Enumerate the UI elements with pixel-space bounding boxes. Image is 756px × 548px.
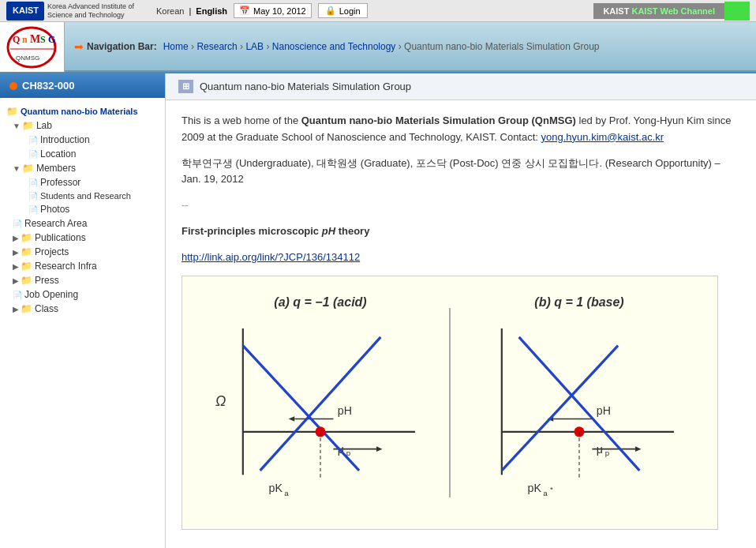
breadcrumb-research[interactable]: Research: [196, 41, 237, 52]
chart-divider: [449, 308, 451, 497]
chart-b-svg: pH μ p: [457, 320, 702, 509]
sidebar-root-label: Quantum nano-bio Materials: [21, 107, 138, 116]
green-button[interactable]: [724, 2, 750, 21]
intro-paragraph: This is a web home of the Quantum nano-b…: [182, 113, 740, 146]
sidebar-item-photos[interactable]: 📄 Photos: [0, 202, 165, 216]
sidebar-item-publications[interactable]: ▶ 📁 Publications: [0, 231, 165, 245]
lab-label: Lab: [36, 120, 52, 131]
calendar-icon: 📅: [239, 6, 250, 16]
projects-label: Projects: [35, 246, 69, 257]
english-lang-link[interactable]: English: [196, 6, 227, 16]
sidebar-dot: [9, 82, 17, 90]
content-body: This is a web home of the Quantum nano-b…: [166, 100, 756, 548]
svg-text:*: *: [550, 485, 553, 494]
sidebar-item-professor[interactable]: 📄 Professor: [0, 175, 165, 190]
sidebar-item-introduction[interactable]: 📄 Introduction: [0, 133, 165, 147]
separator: --: [182, 197, 740, 214]
web-channel-button[interactable]: KAIST KAIST Web Channel: [593, 3, 724, 19]
publications-label: Publications: [35, 232, 86, 243]
email-link[interactable]: yong.hyun.kim@kaist.ac.kr: [541, 131, 664, 143]
svg-text:n: n: [22, 34, 28, 45]
svg-text:a: a: [284, 489, 289, 497]
lock-icon: 🔒: [325, 6, 336, 16]
sidebar-item-root[interactable]: 📁 Quantum nano-bio Materials: [0, 104, 165, 118]
top-bar: KAIST Korea Advanced Institute of Scienc…: [0, 0, 756, 22]
press-label: Press: [35, 275, 59, 286]
content-area: ⊞ Quantum nano-bio Materials Simulation …: [166, 73, 756, 548]
first-principles: First-principles microscopic pH theory: [182, 223, 740, 240]
students-doc-icon: 📄: [28, 192, 38, 201]
top-bar-right: KAIST KAIST Web Channel: [593, 2, 750, 21]
fp-ph: pH: [322, 225, 335, 237]
opportunity-text: 학부연구생 (Undergraduate), 대학원생 (Graduate), …: [182, 156, 740, 189]
sidebar-item-members[interactable]: ▼ 📁 Members: [0, 161, 165, 175]
sidebar-item-research-infra[interactable]: ▶ 📁 Research Infra: [0, 259, 165, 273]
kaist-logo: KAIST Korea Advanced Institute of Scienc…: [6, 2, 150, 21]
introduction-doc-icon: 📄: [28, 136, 38, 145]
research-infra-toggle: ▶: [13, 262, 19, 271]
chart-a-svg: Ω pH μ p: [198, 320, 443, 509]
svg-marker-18: [376, 447, 383, 452]
sidebar-item-press[interactable]: ▶ 📁 Press: [0, 273, 165, 287]
location-doc-icon: 📄: [28, 150, 38, 159]
content-header: ⊞ Quantum nano-bio Materials Simulation …: [166, 73, 756, 100]
svg-text:pH: pH: [338, 404, 352, 417]
sidebar-item-projects[interactable]: ▶ 📁 Projects: [0, 245, 165, 259]
sidebar-item-class[interactable]: ▶ 📁 Class: [0, 302, 165, 316]
language-links: Korean | English: [156, 6, 227, 16]
research-area-label: Research Area: [24, 218, 87, 229]
projects-folder-icon: 📁: [21, 246, 32, 257]
chart-b-title: (b) q = 1 (base): [457, 292, 702, 313]
projects-toggle: ▶: [13, 248, 19, 257]
members-folder-icon: 📁: [22, 163, 34, 174]
research-infra-label: Research Infra: [35, 261, 97, 272]
nav-bar-label: ➡ Navigation Bar:: [74, 40, 157, 53]
svg-text:a: a: [543, 489, 548, 497]
kaist-logo-icon: KAIST: [6, 2, 44, 21]
professor-label: Professor: [40, 177, 80, 188]
chart-container: (a) q = −1 (acid) Ω pH μ p: [182, 276, 718, 530]
svg-text:S: S: [40, 34, 46, 45]
svg-text:Q: Q: [13, 34, 20, 45]
sidebar-item-location[interactable]: 📄 Location: [0, 147, 165, 161]
research-area-doc-icon: 📄: [13, 220, 22, 228]
breadcrumb-home[interactable]: Home: [163, 41, 189, 52]
lab-toggle: ▼: [13, 122, 21, 130]
svg-text:pH: pH: [597, 404, 611, 417]
svg-marker-34: [635, 447, 642, 452]
breadcrumb: Home › Research › LAB › Nanoscience and …: [163, 41, 600, 52]
svg-text:pK: pK: [269, 482, 283, 494]
chart-panel-a: (a) q = −1 (acid) Ω pH μ p: [198, 292, 443, 513]
publications-folder-icon: 📁: [21, 232, 32, 243]
chart-a-title: (a) q = −1 (acid): [198, 292, 443, 313]
members-toggle: ▼: [13, 164, 21, 173]
chart-panel-b: (b) q = 1 (base) pH μ p: [457, 292, 702, 513]
sidebar-item-lab[interactable]: ▼ 📁 Lab: [0, 118, 165, 133]
aip-link[interactable]: http://link.aip.org/link/?JCP/136/134112: [182, 251, 360, 263]
korean-lang-link[interactable]: Korean: [156, 6, 184, 16]
sidebar: CH832-000 📁 Quantum nano-bio Materials ▼…: [0, 73, 166, 548]
class-folder-icon: 📁: [21, 303, 32, 314]
login-button[interactable]: 🔒 Login: [318, 3, 368, 18]
svg-text:p: p: [605, 449, 610, 458]
nav-label-text: Navigation Bar:: [87, 41, 157, 52]
top-bar-left: KAIST Korea Advanced Institute of Scienc…: [6, 2, 368, 21]
breadcrumb-lab[interactable]: LAB: [245, 41, 264, 52]
sidebar-item-job-opening[interactable]: 📄 Job Opening: [0, 287, 165, 302]
location-label: Location: [40, 148, 76, 160]
class-toggle: ▶: [13, 305, 19, 313]
svg-text:M: M: [30, 33, 40, 45]
job-opening-doc-icon: 📄: [13, 291, 22, 299]
intro-text-1: This is a web home of the: [182, 114, 301, 126]
publications-toggle: ▶: [13, 234, 19, 242]
svg-text:KAIST: KAIST: [13, 6, 39, 15]
svg-text:Ω: Ω: [215, 393, 226, 409]
breadcrumb-nanoscience[interactable]: Nanoscience and Technology: [272, 41, 396, 52]
fp-label: First-principles microscopic: [182, 225, 322, 237]
lab-folder-icon: 📁: [22, 120, 34, 131]
sidebar-item-students[interactable]: 📄 Students and Research: [0, 190, 165, 202]
nav-bar: ➡ Navigation Bar: Home › Research › LAB …: [65, 22, 756, 72]
sidebar-tree: 📁 Quantum nano-bio Materials ▼ 📁 Lab 📄 I…: [0, 98, 165, 322]
sidebar-item-research-area[interactable]: 📄 Research Area: [0, 216, 165, 231]
press-toggle: ▶: [13, 276, 19, 285]
